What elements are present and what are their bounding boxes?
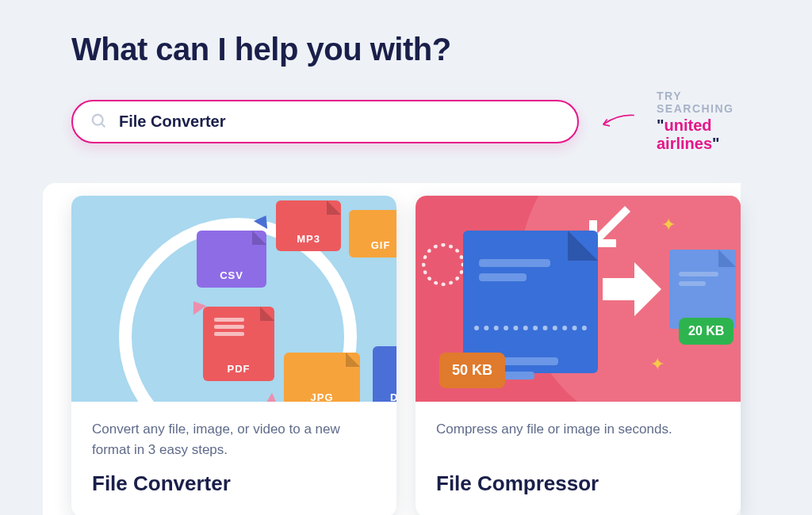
card-file-compressor[interactable]: 50 KB ✦ 20 KB ✦ Compress any file: [416, 196, 741, 515]
size-before-badge: 50 KB: [439, 353, 505, 388]
compress-arrow-icon: [603, 265, 658, 313]
try-suggestion: "united airlines": [657, 116, 741, 153]
svg-line-1: [102, 124, 105, 128]
card-art-converter: CSV MP3 GIF X: [71, 196, 396, 402]
cards-area: CSV MP3 GIF X: [43, 183, 741, 515]
file-chip-doc-icon: DOC: [373, 346, 396, 402]
card-file-converter[interactable]: CSV MP3 GIF X: [71, 196, 396, 515]
search-box[interactable]: [71, 100, 579, 143]
card-desc: Compress any file or image in seconds.: [436, 419, 720, 460]
hint-arrow-icon: [598, 109, 638, 133]
card-title: File Compressor: [436, 471, 720, 496]
file-chip-mp3-icon: MP3: [276, 200, 341, 251]
file-chip-pdf-icon: PDF: [203, 307, 274, 381]
try-label: TRY SEARCHING: [657, 90, 741, 115]
search-icon: [90, 113, 108, 130]
file-chip-csv-icon: CSV: [197, 231, 266, 288]
svg-point-0: [93, 115, 103, 125]
sparkle-icon: ✦: [650, 354, 665, 375]
file-chip-jpg-icon: JPG: [284, 353, 360, 402]
card-art-compressor: 50 KB ✦ 20 KB ✦: [416, 196, 741, 402]
card-title: File Converter: [92, 471, 376, 496]
card-desc: Convert any file, image, or video to a n…: [92, 419, 376, 460]
large-file-icon: [463, 231, 598, 373]
search-row: TRY SEARCHING "united airlines": [71, 90, 741, 153]
page-title: What can I help you with?: [71, 32, 741, 67]
sparkle-icon: ✦: [661, 215, 676, 235]
try-searching-hint: TRY SEARCHING "united airlines": [657, 90, 741, 153]
size-after-badge: 20 KB: [679, 318, 733, 345]
search-input[interactable]: [119, 113, 560, 131]
file-chip-gif-icon: GIF: [349, 210, 396, 258]
small-file-icon: [669, 250, 736, 329]
